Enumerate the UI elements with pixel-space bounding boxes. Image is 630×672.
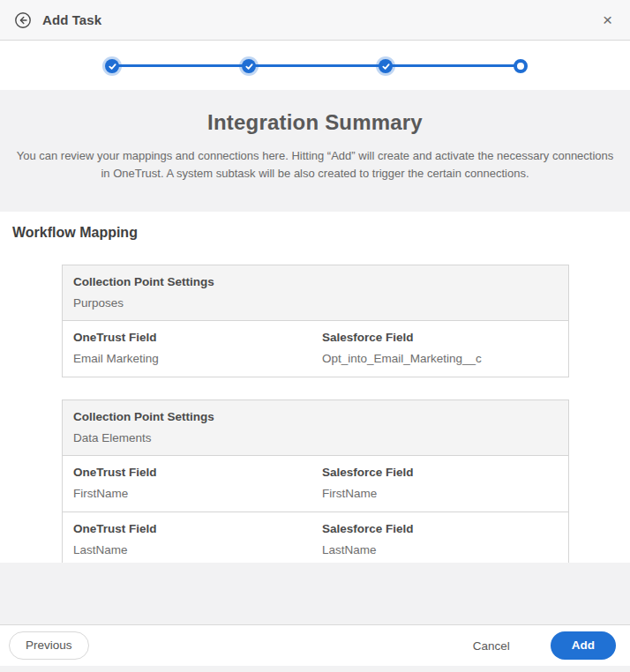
onetrust-field-value: FirstName <box>73 487 322 500</box>
card-header-subtitle: Purposes <box>73 296 558 310</box>
salesforce-field-label: Salesforce Field <box>322 466 558 479</box>
onetrust-field-value: LastName <box>73 543 322 556</box>
mapping-row: OneTrust Field FirstName Salesforce Fiel… <box>63 456 568 511</box>
onetrust-field-cell: OneTrust Field Email Marketing <box>73 331 322 365</box>
onetrust-field-label: OneTrust Field <box>73 466 322 479</box>
check-icon <box>382 63 390 71</box>
dialog-title: Add Task <box>42 12 101 27</box>
check-icon <box>245 63 253 71</box>
summary-description: You can review your mappings and connect… <box>6 147 624 183</box>
card-header: Collection Point Settings Purposes <box>63 265 568 321</box>
onetrust-field-label: OneTrust Field <box>73 331 322 344</box>
main-content: Workflow Mapping Collection Point Settin… <box>0 212 630 563</box>
previous-button[interactable]: Previous <box>9 631 89 660</box>
dialog-header: Add Task × <box>0 0 630 41</box>
onetrust-field-cell: OneTrust Field FirstName <box>73 466 322 500</box>
salesforce-field-label: Salesforce Field <box>322 522 558 535</box>
close-icon[interactable]: × <box>599 10 616 30</box>
salesforce-field-label: Salesforce Field <box>322 331 558 344</box>
mapping-card-purposes: Collection Point Settings Purposes OneTr… <box>62 265 569 377</box>
footer-spacer <box>0 563 630 625</box>
integration-summary-section: Integration Summary You can review your … <box>0 90 630 212</box>
onetrust-field-cell: OneTrust Field LastName <box>73 522 322 556</box>
onetrust-field-label: OneTrust Field <box>73 522 322 535</box>
card-header-title: Collection Point Settings <box>73 410 558 423</box>
salesforce-field-value: Opt_into_Email_Marketing__c <box>322 352 558 365</box>
footer-right-actions: Cancel Add <box>473 631 616 660</box>
card-header-title: Collection Point Settings <box>73 275 558 288</box>
dialog-footer: Previous Cancel Add <box>0 625 630 666</box>
stepper-step-2-complete[interactable] <box>242 59 256 73</box>
page-background-strip <box>0 666 630 672</box>
progress-stepper <box>0 41 630 90</box>
page-title: Integration Summary <box>0 110 630 135</box>
mapping-cards: Collection Point Settings Purposes OneTr… <box>62 265 569 563</box>
add-task-dialog: Add Task × Integration Summary You can r… <box>0 0 630 672</box>
stepper-connector-line <box>112 64 521 67</box>
cancel-button[interactable]: Cancel <box>473 639 510 653</box>
mapping-row: OneTrust Field Email Marketing Salesforc… <box>63 321 568 377</box>
salesforce-field-cell: Salesforce Field Opt_into_Email_Marketin… <box>322 331 558 365</box>
salesforce-field-cell: Salesforce Field FirstName <box>322 466 558 500</box>
back-icon[interactable] <box>14 11 32 29</box>
card-header-subtitle: Data Elements <box>73 431 558 444</box>
stepper-step-4-current[interactable] <box>514 59 528 73</box>
onetrust-field-value: Email Marketing <box>73 352 322 365</box>
mapping-row: OneTrust Field LastName Salesforce Field… <box>63 511 568 563</box>
salesforce-field-cell: Salesforce Field LastName <box>322 522 558 556</box>
check-icon <box>109 63 116 71</box>
stepper-step-1-complete[interactable] <box>105 59 119 73</box>
stepper-step-3-complete[interactable] <box>379 59 393 73</box>
card-header: Collection Point Settings Data Elements <box>63 400 568 456</box>
salesforce-field-value: FirstName <box>322 487 558 500</box>
salesforce-field-value: LastName <box>322 543 558 556</box>
mapping-card-data-elements: Collection Point Settings Data Elements … <box>62 399 569 563</box>
add-button[interactable]: Add <box>551 631 616 660</box>
workflow-mapping-heading: Workflow Mapping <box>0 225 630 241</box>
